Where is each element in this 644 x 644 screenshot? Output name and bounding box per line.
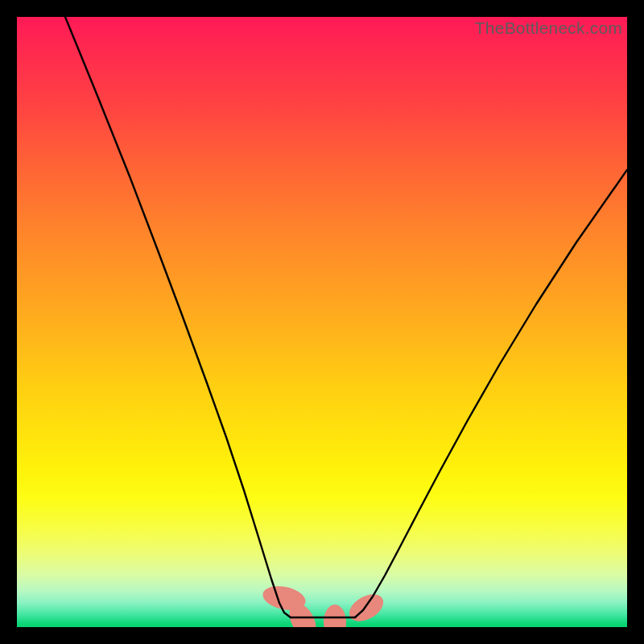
series-right-curve	[355, 170, 627, 617]
marker-pill	[345, 588, 388, 626]
plot-area: TheBottleneck.com	[17, 17, 627, 627]
marker-pill	[324, 605, 346, 627]
chart-frame: TheBottleneck.com	[0, 0, 644, 644]
series-left-curve	[65, 17, 291, 617]
lines-group	[65, 17, 627, 617]
chart-svg	[17, 17, 627, 627]
watermark-text: TheBottleneck.com	[475, 19, 622, 38]
